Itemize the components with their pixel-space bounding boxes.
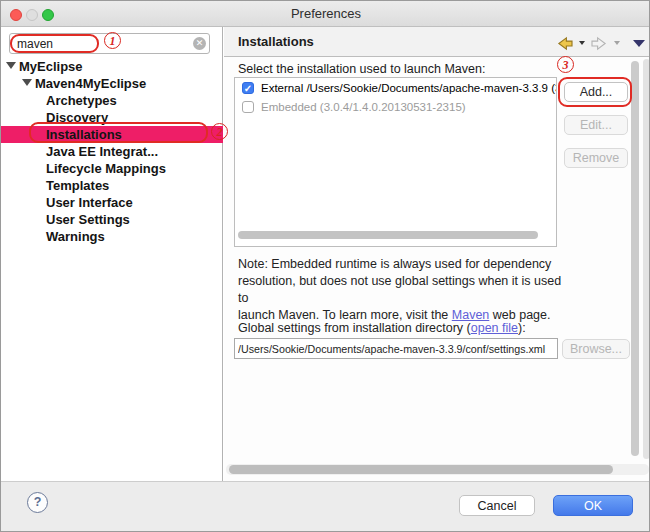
preferences-sidebar: ✕ MyEclipse Maven4MyEclipse Archetypes D… <box>1 27 223 481</box>
sidebar-item-lifecycle-mappings[interactable]: Lifecycle Mappings <box>1 160 223 177</box>
sidebar-item-myeclipse[interactable]: MyEclipse <box>1 58 223 75</box>
sidebar-item-discovery[interactable]: Discovery <box>1 109 223 126</box>
preferences-window: Preferences ✕ MyEclipse Maven4MyEclipse … <box>0 0 650 532</box>
sidebar-item-java-ee-integration[interactable]: Java EE Integrat... <box>1 143 223 160</box>
sidebar-item-archetypes[interactable]: Archetypes <box>1 92 223 109</box>
page-horizontal-scrollbar[interactable] <box>229 465 613 474</box>
clear-search-icon[interactable]: ✕ <box>193 37 206 50</box>
back-arrow-icon[interactable] <box>555 36 574 51</box>
maven-webpage-link[interactable]: Maven <box>452 308 490 322</box>
global-settings-path-field[interactable] <box>234 338 558 359</box>
preferences-tree: MyEclipse Maven4MyEclipse Archetypes Dis… <box>1 58 223 245</box>
page-header: Installations <box>224 27 650 57</box>
sidebar-item-user-settings[interactable]: User Settings <box>1 211 223 228</box>
view-menu-icon[interactable] <box>633 40 645 47</box>
sidebar-item-user-interface[interactable]: User Interface <box>1 194 223 211</box>
expand-triangle-icon[interactable] <box>6 62 16 69</box>
sidebar-item-maven4myeclipse[interactable]: Maven4MyEclipse <box>1 75 223 92</box>
forward-history-dropdown-icon[interactable] <box>614 41 620 45</box>
checkbox-unchecked-icon[interactable] <box>242 101 254 113</box>
dialog-footer: ? Cancel OK <box>1 481 650 532</box>
forward-arrow-icon[interactable] <box>590 36 609 51</box>
remove-button[interactable]: Remove <box>564 148 628 168</box>
list-item-embedded-maven[interactable]: Embedded (3.0.4/1.4.0.20130531-2315) <box>235 99 556 116</box>
window-vertical-scrollbar-track[interactable] <box>643 59 650 459</box>
cancel-button[interactable]: Cancel <box>459 495 535 516</box>
sidebar-item-installations[interactable]: Installations <box>1 126 223 143</box>
global-settings-label: Global settings from installation direct… <box>238 321 526 335</box>
help-button[interactable]: ? <box>27 492 48 513</box>
add-button[interactable]: Add... <box>564 82 628 102</box>
expand-triangle-icon[interactable] <box>22 79 32 86</box>
browse-button[interactable]: Browse... <box>562 339 630 359</box>
edit-button[interactable]: Edit... <box>564 115 628 135</box>
page-title: Installations <box>238 34 314 49</box>
sidebar-item-warnings[interactable]: Warnings <box>1 228 223 245</box>
ok-button[interactable]: OK <box>553 495 633 516</box>
checkbox-checked-icon[interactable]: ✓ <box>242 82 254 94</box>
select-installation-label: Select the installation used to launch M… <box>238 62 485 76</box>
list-item-external-maven[interactable]: ✓ External /Users/Sookie/Documents/apach… <box>235 80 556 97</box>
window-title: Preferences <box>1 6 650 21</box>
installations-list[interactable]: ✓ External /Users/Sookie/Documents/apach… <box>234 77 557 247</box>
list-horizontal-scrollbar[interactable] <box>238 231 538 239</box>
title-bar: Preferences <box>1 1 650 27</box>
sidebar-item-templates[interactable]: Templates <box>1 177 223 194</box>
page-vertical-scrollbar[interactable] <box>631 61 639 456</box>
back-history-dropdown-icon[interactable] <box>579 41 585 45</box>
filter-search-input[interactable] <box>9 33 210 54</box>
installations-page: Installations Select the installation us… <box>224 27 650 481</box>
embedded-runtime-note: Note: Embedded runtime is always used fo… <box>238 256 568 324</box>
open-file-link[interactable]: open file <box>471 321 518 335</box>
